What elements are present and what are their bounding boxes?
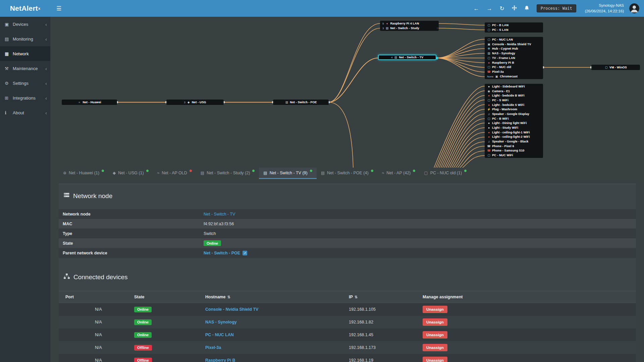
sidebar-item-monitoring[interactable]: ▤ Monitoring ‹ xyxy=(0,32,50,46)
hostname-link[interactable]: Console - Nvidia Shield TV xyxy=(205,307,258,312)
user-avatar[interactable] xyxy=(629,3,639,13)
topology-device[interactable]: ☎ Pixel-3a xyxy=(487,70,541,73)
port-cell: N/A xyxy=(63,307,134,312)
topology-device[interactable]: 3 ▤ Net - Switch - Study xyxy=(382,26,436,30)
topology-device[interactable]: 5 ● Raspberry Pi 4 LAN xyxy=(382,22,436,25)
node-net-usg[interactable]: 3 ◆ Net - USG xyxy=(166,100,224,105)
hostname-link[interactable]: Raspberry Pi B xyxy=(205,358,235,362)
network-node-link[interactable]: Net - Switch - TV xyxy=(204,212,235,217)
unassign-button[interactable]: Unassign xyxy=(423,331,447,339)
sidebar-item-settings[interactable]: ⚙ Settings ‹ xyxy=(0,76,50,90)
group-wifi-devices: ● Light - Sideboard WiFi ◉ Camera - E1 ●… xyxy=(485,84,543,158)
host-name: Synology-NAS xyxy=(585,3,624,8)
bulb-icon: ● xyxy=(487,135,491,138)
integrations-icon: ⊞ xyxy=(5,96,13,101)
topology-device[interactable]: ▢ PC - S WiFi xyxy=(487,99,541,102)
topology-device[interactable]: ☎ Phone - Pixel 6 xyxy=(487,144,541,148)
topology-device[interactable]: ▢ PC - B LAN xyxy=(487,23,541,27)
sidebar-item-integrations[interactable]: ⊞ Integrations ‹ xyxy=(0,90,50,105)
tab-pc-nuc-old[interactable]: ▢ PC - NUC old (1) xyxy=(420,168,471,179)
topology-device[interactable]: ▢ PC - NUC LAN xyxy=(487,38,541,41)
topology-device[interactable]: ▢ PC - NUC old xyxy=(487,65,541,69)
unassign-button[interactable]: Unassign xyxy=(423,318,447,326)
forward-arrow-icon[interactable]: → xyxy=(486,6,492,11)
topology-device[interactable]: ♫ Speaker - Google Display xyxy=(487,112,541,116)
move-icon[interactable] xyxy=(512,5,517,11)
sort-icon[interactable]: ⇅ xyxy=(227,295,230,299)
tab-net-switch-tv[interactable]: ▤ Net - Switch - TV (9) xyxy=(259,168,316,179)
topology-device[interactable]: ● Raspberry Pi B xyxy=(487,61,541,64)
tab-net-huawei[interactable]: ⊕ Net - Huawei (1) xyxy=(59,168,108,179)
table-row: N/A Online PC - NUC LAN 192.168.1.45 Una… xyxy=(59,328,636,341)
topology-device[interactable]: ☎ Phone - Samsung S10 xyxy=(487,149,541,152)
unassign-button[interactable]: Unassign xyxy=(423,344,447,351)
settings-icon: ⚙ xyxy=(5,81,13,86)
topology-device[interactable]: ☸ Hub - Cygnet Hub xyxy=(487,47,541,50)
sidebar-item-about[interactable]: ℹ About ‹ xyxy=(0,105,50,120)
refresh-icon[interactable]: ↻ xyxy=(499,6,504,11)
state-badge: Online xyxy=(204,240,221,246)
topology-device[interactable]: ⚡ Plug - Washroom xyxy=(487,108,541,111)
pc-icon: ▢ xyxy=(487,38,491,41)
back-arrow-icon[interactable]: ← xyxy=(473,6,479,11)
tab-net-usg[interactable]: ◆ Net - USG (1) xyxy=(108,168,153,179)
topology-device[interactable]: ● Light - ceiling-light-1 WiFi xyxy=(487,131,541,134)
node-net-huawei[interactable]: ≈ Net - Huawei xyxy=(62,100,117,105)
status-dot-icon xyxy=(464,170,467,172)
hostname-link[interactable]: PC - NUC LAN xyxy=(205,333,234,337)
switch-icon: ▤ xyxy=(394,56,397,59)
topology-device[interactable]: None ▣ Chromecast xyxy=(487,75,541,78)
topology-device[interactable]: ● Light - Sideboard WiFi xyxy=(487,85,541,88)
sidebar-item-maintenance[interactable]: ⚒ Maintenance ‹ xyxy=(0,61,50,76)
camera-icon: ◉ xyxy=(487,89,491,93)
bulb-icon: ● xyxy=(487,131,491,134)
row-state: State Online xyxy=(59,238,636,248)
table-row: N/A Online Console - Nvidia Shield TV 19… xyxy=(59,303,636,316)
topology-device[interactable]: ▢ PC - NUC WiFi xyxy=(487,154,541,157)
hostname-link[interactable]: Pixel-3a xyxy=(205,345,221,350)
unassign-button[interactable]: Unassign xyxy=(423,306,447,313)
sort-icon[interactable]: ⇅ xyxy=(355,295,358,299)
tab-net-ap-old[interactable]: ≈ Net - AP OLD xyxy=(153,168,196,179)
tab-net-ap[interactable]: ≈ Net - AP (42) xyxy=(378,168,420,179)
topology-device[interactable]: ▣ Console - Nvidia Shield TV xyxy=(487,43,541,46)
topology-device[interactable]: ▢ PC - S LAN xyxy=(487,28,541,32)
topology-device[interactable]: ◉ Camera - E1 xyxy=(487,89,541,93)
group-tv-devices: ▢ PC - NUC LAN ▣ Console - Nvidia Shield… xyxy=(485,37,543,79)
sidebar-item-network[interactable]: ▦ Network xyxy=(0,46,50,61)
node-net-switch-tv-selected[interactable]: 4 ▤ Net - Switch - TV xyxy=(378,55,436,60)
sidebar-item-devices[interactable]: ▣ Devices ‹ xyxy=(0,17,50,32)
status-dot-icon xyxy=(310,170,312,172)
tab-net-switch-study[interactable]: ▤ Net - Switch - Study (2) xyxy=(196,168,259,179)
menu-toggle-icon[interactable]: ☰ xyxy=(50,5,67,12)
col-port: Port xyxy=(63,295,134,299)
topology-device[interactable]: ▢ PC - B WiFi xyxy=(487,117,541,120)
topology-device[interactable]: ● Light - bedside B WiFi xyxy=(487,94,541,97)
topology-device[interactable]: ● Light - Dining light WiFi xyxy=(487,121,541,125)
node-details-table: Network node Net - Switch - TV MAC f4:92… xyxy=(59,209,636,258)
pc-icon: ▢ xyxy=(424,171,428,175)
table-row: N/A Online NAS - Synology 192.168.1.82 U… xyxy=(59,316,636,328)
about-icon: ℹ xyxy=(5,110,13,115)
wifi-icon: ≈ xyxy=(77,101,81,104)
external-link-icon[interactable]: ↗ xyxy=(243,251,247,255)
row-parent: Parent network device Net - Switch - POE… xyxy=(59,248,636,258)
topology-device[interactable]: ● Light - bedside S WiFi xyxy=(487,103,541,107)
app-logo[interactable]: NetAlertx xyxy=(0,0,50,17)
parent-node-link[interactable]: Net - Switch - POE xyxy=(204,251,240,255)
port-cell: N/A xyxy=(63,345,134,350)
tab-net-switch-poe[interactable]: ▤ Net - Switch - POE (4) xyxy=(317,168,378,179)
table-row: N/A Offline Raspberry Pi B 192.168.1.19 … xyxy=(59,354,636,362)
topology-device[interactable]: ▤ NAS - Synology xyxy=(487,52,541,55)
hostname-link[interactable]: NAS - Synology xyxy=(205,320,237,324)
unassign-button[interactable]: Unassign xyxy=(423,357,447,362)
network-topology[interactable]: ≈ Net - Huawei 3 ◆ Net - USG ▤ Net - Swi… xyxy=(50,17,644,168)
pc-icon: ▢ xyxy=(487,117,491,120)
topology-device[interactable]: ● Light - ceiling-light-2 WiFi xyxy=(487,135,541,138)
topology-device[interactable]: ♫ Speaker - Google - Black xyxy=(487,140,541,143)
node-net-switch-poe[interactable]: ▤ Net - Switch - POE xyxy=(273,100,329,105)
node-vm-winos[interactable]: ▢ VM - WinOS xyxy=(591,65,640,70)
bell-icon[interactable] xyxy=(524,5,529,12)
topology-device[interactable]: ▢ TV - Frame LAN xyxy=(487,56,541,60)
topology-device[interactable]: ● Light - Study WiFi xyxy=(487,126,541,129)
